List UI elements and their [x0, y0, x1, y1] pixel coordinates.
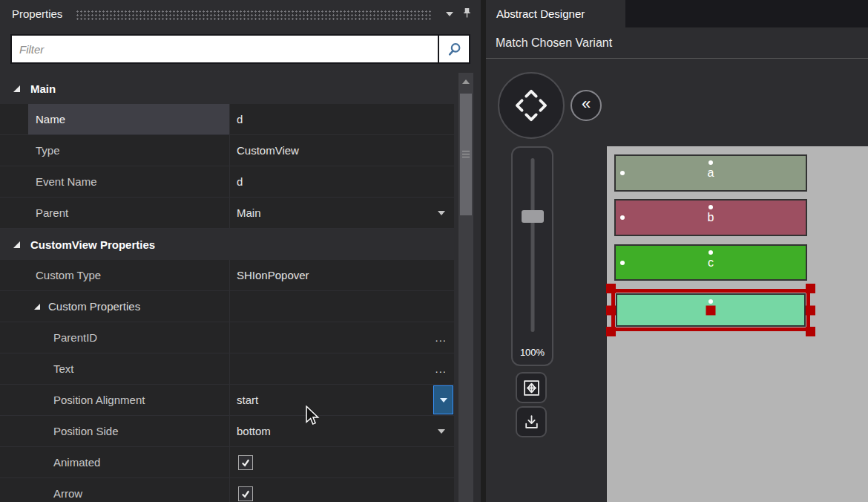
designer-tabstrip: Abstract Designer: [486, 0, 868, 27]
property-row-custom-properties[interactable]: Custom Properties: [0, 291, 454, 322]
zoom-level-label: 100%: [513, 347, 552, 358]
designer-panel: Abstract Designer Match Chosen Variant a…: [486, 0, 868, 502]
property-row-parentid[interactable]: ParentID ...: [0, 322, 454, 353]
checkmark-icon: [240, 457, 251, 467]
canvas-element-b[interactable]: b: [614, 199, 807, 236]
property-value: SHIonPopover: [237, 269, 309, 281]
property-label-cell[interactable]: Event Name: [28, 166, 230, 197]
checkbox-checked[interactable]: [238, 455, 253, 470]
design-canvas[interactable]: a b c: [607, 146, 868, 502]
canvas-element-label: a: [708, 166, 714, 180]
property-value-cell[interactable]: ...: [231, 353, 454, 384]
anchor-dot: [708, 299, 713, 304]
ellipsis-button[interactable]: ...: [435, 353, 447, 384]
tab-label: Abstract Designer: [496, 7, 585, 20]
property-row-custom-type[interactable]: Custom Type SHIonPopover: [0, 260, 454, 291]
property-value-cell[interactable]: d: [231, 166, 454, 197]
properties-scrollbar[interactable]: [458, 73, 473, 502]
property-row-arrow[interactable]: Arrow: [0, 478, 454, 502]
expander-icon[interactable]: [13, 241, 20, 248]
property-row-position-alignment[interactable]: Position Alignment start: [0, 385, 454, 416]
ellipsis-button[interactable]: ...: [435, 322, 447, 353]
checkbox-checked[interactable]: [238, 486, 253, 501]
scrollbar-thumb[interactable]: [460, 94, 472, 215]
property-value: CustomView: [237, 144, 299, 157]
resize-handle[interactable]: [606, 327, 616, 336]
anchor-dot: [620, 215, 625, 220]
window-menu-chevron-icon[interactable]: [446, 12, 453, 16]
property-label: Type: [36, 144, 60, 157]
expander-icon[interactable]: [13, 85, 20, 92]
property-value: d: [237, 113, 243, 126]
export-button[interactable]: [516, 406, 547, 437]
canvas-element-d-selected[interactable]: [616, 293, 806, 327]
resize-handle[interactable]: [806, 327, 815, 336]
resize-handle[interactable]: [806, 305, 815, 315]
property-value-cell[interactable]: ...: [231, 322, 454, 353]
chevron-down-icon[interactable]: [438, 211, 445, 215]
property-label-cell[interactable]: Custom Properties: [28, 291, 230, 322]
fit-view-button[interactable]: [516, 372, 547, 403]
chevron-down-icon[interactable]: [438, 429, 445, 434]
property-row-event-name[interactable]: Event Name d: [0, 166, 454, 198]
pin-icon[interactable]: [462, 7, 472, 21]
property-value-cell[interactable]: bottom: [231, 416, 454, 446]
property-value-cell[interactable]: SHIonPopover: [231, 260, 454, 290]
property-label: Animated: [53, 456, 100, 469]
tab-abstract-designer[interactable]: Abstract Designer: [486, 0, 625, 27]
property-value-cell[interactable]: Main: [231, 198, 454, 228]
property-label-cell[interactable]: Text: [28, 353, 230, 384]
expander-icon[interactable]: [34, 304, 40, 310]
app-window: Properties Main: [0, 0, 868, 502]
property-grid: Main Name d Type CustomView Event Name d…: [0, 73, 454, 502]
dropdown-button-focused[interactable]: [433, 385, 453, 414]
property-row-text[interactable]: Text ...: [0, 353, 454, 385]
collapse-panel-button[interactable]: «: [571, 90, 602, 121]
zoom-control: 100%: [511, 146, 553, 366]
filter-input[interactable]: [12, 36, 438, 62]
property-row-parent[interactable]: Parent Main: [0, 198, 454, 229]
property-value-cell[interactable]: start: [231, 385, 454, 415]
property-row-type[interactable]: Type CustomView: [0, 135, 454, 166]
pan-control[interactable]: [498, 72, 565, 139]
property-value: bottom: [237, 425, 271, 437]
property-label-cell[interactable]: Type: [28, 135, 230, 166]
category-row-customview-properties[interactable]: CustomView Properties: [0, 229, 454, 260]
designer-workspace: a b c: [486, 59, 868, 502]
zoom-slider-thumb[interactable]: [522, 210, 544, 223]
download-icon: [523, 414, 540, 431]
property-label-cell[interactable]: Name: [28, 104, 230, 134]
property-value-cell[interactable]: [231, 291, 454, 322]
property-row-position-side[interactable]: Position Side bottom: [0, 416, 454, 447]
zoom-slider-track[interactable]: [530, 158, 534, 332]
resize-handle[interactable]: [806, 284, 815, 293]
property-value: Main: [237, 206, 261, 219]
property-label-cell[interactable]: Arrow: [28, 478, 230, 502]
property-label-cell[interactable]: Animated: [28, 447, 230, 477]
property-label-cell[interactable]: Position Side: [28, 416, 230, 446]
canvas-element-c[interactable]: c: [614, 244, 807, 281]
property-label-cell[interactable]: ParentID: [28, 322, 230, 353]
filter-box: [10, 34, 470, 64]
category-row-main[interactable]: Main: [0, 73, 454, 104]
properties-titlebar[interactable]: Properties: [0, 0, 481, 27]
resize-handle[interactable]: [606, 305, 616, 315]
arrow-right-icon: [540, 100, 545, 110]
property-label-cell[interactable]: Parent: [28, 198, 230, 228]
property-value-cell[interactable]: CustomView: [231, 135, 454, 166]
property-label-cell[interactable]: Position Alignment: [28, 385, 230, 415]
resize-handle[interactable]: [606, 284, 616, 293]
property-label-cell[interactable]: Custom Type: [28, 260, 230, 290]
property-row-name[interactable]: Name d: [0, 104, 454, 135]
double-chevron-left-icon: «: [582, 94, 591, 114]
property-value-cell[interactable]: d: [231, 104, 454, 134]
property-label: Custom Properties: [48, 300, 140, 313]
titlebar-drag-texture[interactable]: [76, 10, 433, 21]
scrollbar-up-arrow-icon[interactable]: [462, 79, 470, 84]
property-value-cell[interactable]: [231, 478, 454, 502]
property-row-animated[interactable]: Animated: [0, 447, 454, 478]
move-handle[interactable]: [706, 305, 716, 315]
search-button[interactable]: [438, 36, 469, 62]
canvas-element-a[interactable]: a: [614, 154, 807, 192]
property-value-cell[interactable]: [231, 447, 454, 477]
